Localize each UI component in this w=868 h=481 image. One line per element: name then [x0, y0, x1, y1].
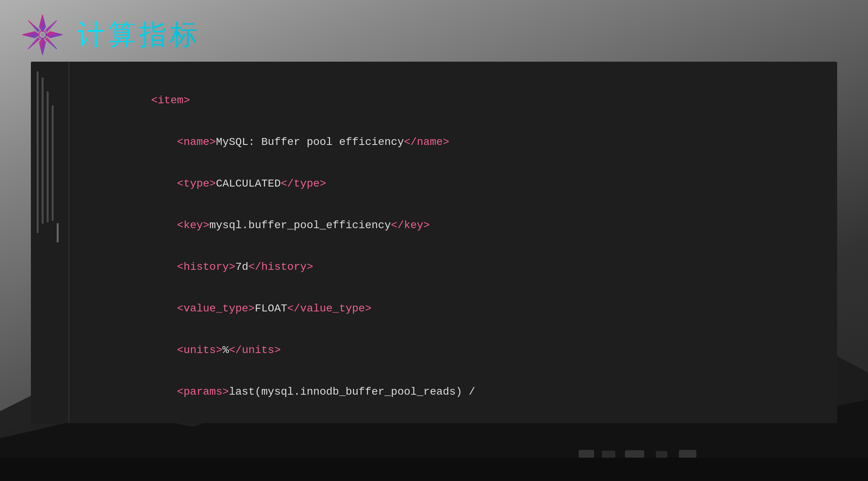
header: 计算指标: [19, 12, 201, 58]
svg-rect-4: [602, 451, 615, 458]
page-title: 计算指标: [77, 16, 201, 53]
svg-rect-2: [0, 458, 868, 481]
code-line-7: <units>%</units>: [73, 340, 829, 361]
code-line-4: <key>mysql.buffer_pool_efficiency</key>: [73, 215, 829, 236]
logo-icon: [19, 12, 66, 58]
code-line-2: <name>MySQL: Buffer pool efficiency</nam…: [73, 132, 829, 153]
svg-rect-6: [656, 451, 667, 458]
code-line-8: <params>last(mysql.innodb_buffer_pool_re…: [73, 382, 829, 402]
svg-rect-3: [579, 450, 594, 458]
svg-rect-5: [625, 451, 644, 458]
code-line-6: <value_type>FLOAT</value_type>: [73, 298, 829, 319]
code-line-5: <history>7d</history>: [73, 257, 829, 278]
code-line-1: <item>: [73, 90, 829, 111]
code-editor: <item> <name>MySQL: Buffer pool efficien…: [31, 62, 837, 423]
code-content: <item> <name>MySQL: Buffer pool efficien…: [73, 69, 829, 423]
code-gutter: [31, 62, 69, 423]
svg-rect-7: [679, 450, 696, 458]
code-line-3: <type>CALCULATED</type>: [73, 173, 829, 194]
